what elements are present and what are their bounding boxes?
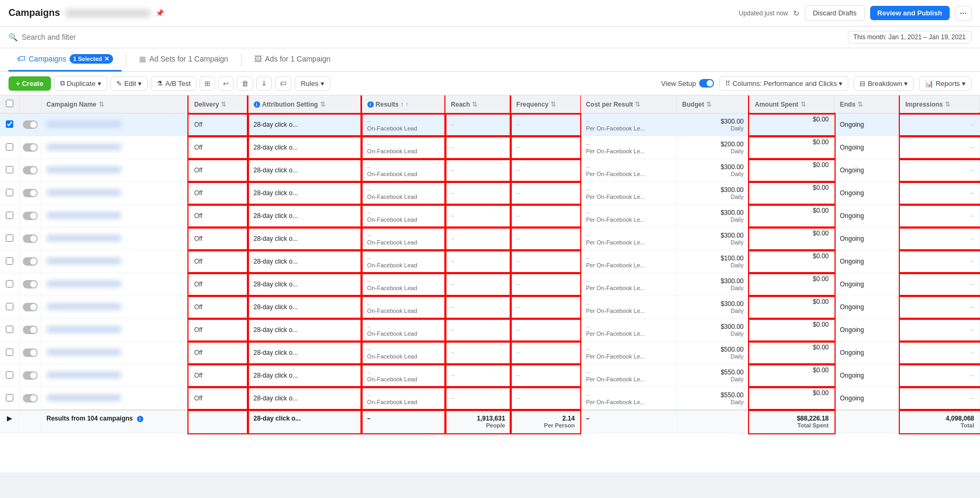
- header-checkbox[interactable]: [0, 95, 19, 113]
- row-checkbox-cell[interactable]: [0, 387, 19, 410]
- create-button[interactable]: + Create: [8, 76, 51, 91]
- row-checkbox[interactable]: [6, 212, 13, 219]
- campaign-name-cell[interactable]: [41, 296, 188, 319]
- sort-impressions-icon[interactable]: ⇅: [945, 101, 950, 108]
- campaign-toggle[interactable]: [23, 280, 38, 289]
- tab-ads[interactable]: 🖼 Ads for 1 Campaign: [246, 48, 339, 72]
- rules-button[interactable]: Rules ▾: [295, 76, 330, 91]
- archive-icon-button[interactable]: ⇓: [256, 76, 272, 91]
- ab-test-button[interactable]: ⚗ A/B Test: [151, 76, 196, 91]
- row-checkbox-cell[interactable]: [0, 364, 19, 387]
- columns-button[interactable]: ⠿ Columns: Performance and Clicks ▾: [719, 76, 849, 91]
- campaign-name-cell[interactable]: [41, 364, 188, 387]
- header-delivery[interactable]: Delivery ⇅: [188, 95, 248, 113]
- footer-expand[interactable]: ▶: [0, 410, 19, 433]
- sort-amount-icon[interactable]: ⇅: [801, 101, 806, 108]
- footer-info-icon[interactable]: i: [137, 416, 143, 422]
- campaign-toggle[interactable]: [23, 348, 38, 357]
- campaign-toggle[interactable]: [23, 120, 38, 129]
- header-campaign-name[interactable]: Campaign Name ⇅: [41, 95, 188, 113]
- search-input[interactable]: [22, 33, 327, 41]
- row-checkbox-cell[interactable]: [0, 113, 19, 136]
- sort-budget-icon[interactable]: ⇅: [706, 101, 711, 108]
- row-checkbox-cell[interactable]: [0, 159, 19, 182]
- campaign-name-cell[interactable]: [41, 387, 188, 410]
- campaign-toggle[interactable]: [23, 257, 38, 266]
- campaign-name-cell[interactable]: [41, 113, 188, 136]
- sort-freq-icon[interactable]: ⇅: [551, 101, 556, 108]
- campaign-toggle[interactable]: [23, 234, 38, 243]
- reports-button[interactable]: 📊 Reports ▾: [919, 76, 972, 91]
- sort-ends-icon[interactable]: ⇅: [857, 101, 863, 108]
- breakdown-button[interactable]: ⊟ Breakdown ▾: [854, 76, 914, 91]
- delete-icon-button[interactable]: 🗑: [237, 76, 253, 91]
- undo-icon-button[interactable]: ↩: [218, 76, 234, 91]
- row-checkbox-cell[interactable]: [0, 273, 19, 296]
- selected-badge-close[interactable]: ✕: [104, 55, 109, 63]
- campaign-toggle[interactable]: [23, 189, 38, 197]
- campaign-toggle[interactable]: [23, 166, 38, 174]
- row-checkbox[interactable]: [6, 371, 13, 379]
- row-checkbox[interactable]: [6, 303, 13, 310]
- select-all-checkbox[interactable]: [6, 100, 13, 107]
- sort-campaign-icon[interactable]: ⇅: [99, 101, 104, 108]
- duplicate-button[interactable]: ⧉ Duplicate ▾: [54, 76, 107, 91]
- campaign-toggle[interactable]: [23, 303, 38, 311]
- attribution-info-icon[interactable]: i: [254, 101, 260, 108]
- edit-button[interactable]: ✎ Edit ▾: [110, 76, 148, 91]
- row-checkbox[interactable]: [6, 326, 13, 333]
- campaign-name-cell[interactable]: [41, 250, 188, 273]
- review-publish-button[interactable]: Review and Publish: [870, 6, 950, 20]
- sort-results-icon[interactable]: ↑: [406, 101, 408, 107]
- campaign-name-cell[interactable]: [41, 319, 188, 342]
- tab-adsets[interactable]: ▦ Ad Sets for 1 Campaign: [131, 48, 237, 72]
- view-setup-toggle[interactable]: [699, 79, 714, 88]
- row-checkbox[interactable]: [6, 348, 13, 356]
- selected-badge[interactable]: 1 Selected ✕: [70, 54, 113, 64]
- campaign-toggle[interactable]: [23, 143, 38, 152]
- discard-drafts-button[interactable]: Discard Drafts: [805, 5, 864, 21]
- campaign-toggle[interactable]: [23, 394, 38, 403]
- sort-attr-icon[interactable]: ⇅: [320, 101, 325, 108]
- row-checkbox-cell[interactable]: [0, 205, 19, 228]
- campaign-toggle[interactable]: [23, 326, 38, 334]
- header-attribution[interactable]: i Attribution Setting ⇅: [248, 95, 362, 113]
- row-checkbox[interactable]: [6, 394, 13, 401]
- header-cost-per-result[interactable]: Cost per Result ⇅: [580, 95, 676, 113]
- campaign-toggle[interactable]: [23, 371, 38, 380]
- campaign-name-cell[interactable]: [41, 182, 188, 205]
- row-checkbox[interactable]: [6, 143, 13, 151]
- refresh-icon[interactable]: ↻: [793, 9, 800, 18]
- campaign-name-cell[interactable]: [41, 136, 188, 159]
- header-results[interactable]: i Results ↑ ↑: [362, 95, 445, 113]
- row-checkbox-cell[interactable]: [0, 228, 19, 250]
- row-checkbox[interactable]: [6, 166, 13, 173]
- header-budget[interactable]: Budget ⇅: [676, 95, 749, 113]
- row-checkbox-cell[interactable]: [0, 342, 19, 364]
- copy-icon-button[interactable]: ⊞: [200, 76, 215, 91]
- campaign-name-cell[interactable]: [41, 159, 188, 182]
- header-amount-spent[interactable]: Amount Spent ⇅: [749, 95, 834, 113]
- row-checkbox-cell[interactable]: [0, 136, 19, 159]
- campaign-name-cell[interactable]: [41, 205, 188, 228]
- tag-icon-button[interactable]: 🏷: [275, 76, 291, 91]
- header-reach[interactable]: Reach ⇅: [445, 95, 511, 113]
- row-checkbox[interactable]: [6, 234, 13, 242]
- campaign-name-cell[interactable]: [41, 342, 188, 364]
- sort-reach-icon[interactable]: ⇅: [472, 101, 477, 108]
- campaign-name-cell[interactable]: [41, 273, 188, 296]
- date-range-picker[interactable]: This month: Jan 1, 2021 – Jan 19, 2021: [848, 31, 972, 43]
- more-options-button[interactable]: ···: [955, 6, 972, 21]
- campaign-toggle[interactable]: [23, 212, 38, 220]
- row-checkbox[interactable]: [6, 280, 13, 287]
- row-checkbox-cell[interactable]: [0, 250, 19, 273]
- tab-campaigns[interactable]: 🏷 Campaigns 1 Selected ✕: [8, 48, 122, 72]
- campaign-name-cell[interactable]: [41, 228, 188, 250]
- row-checkbox-cell[interactable]: [0, 182, 19, 205]
- row-checkbox-cell[interactable]: [0, 296, 19, 319]
- row-checkbox[interactable]: [6, 257, 13, 265]
- header-ends[interactable]: Ends ⇅: [835, 95, 900, 113]
- row-checkbox[interactable]: [6, 189, 13, 196]
- row-checkbox[interactable]: [6, 120, 13, 128]
- results-info-icon[interactable]: i: [367, 101, 374, 108]
